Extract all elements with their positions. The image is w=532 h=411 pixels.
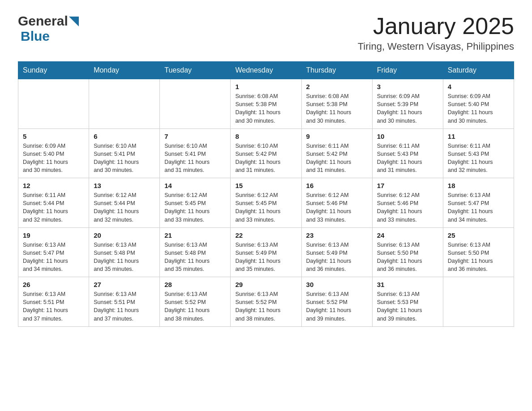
day-info: Sunrise: 6:13 AMSunset: 5:48 PMDaylight:… xyxy=(164,241,226,274)
day-number: 27 xyxy=(94,281,155,288)
day-number: 19 xyxy=(23,231,84,239)
day-info: Sunrise: 6:13 AMSunset: 5:51 PMDaylight:… xyxy=(23,290,84,323)
calendar-day-header: Tuesday xyxy=(160,62,231,79)
calendar-cell: 18Sunrise: 6:13 AMSunset: 5:47 PMDayligh… xyxy=(443,178,514,228)
calendar-cell: 15Sunrise: 6:12 AMSunset: 5:45 PMDayligh… xyxy=(231,178,301,228)
calendar-cell: 17Sunrise: 6:12 AMSunset: 5:46 PMDayligh… xyxy=(372,178,443,228)
calendar-cell: 26Sunrise: 6:13 AMSunset: 5:51 PMDayligh… xyxy=(18,277,89,327)
day-info: Sunrise: 6:13 AMSunset: 5:49 PMDaylight:… xyxy=(235,241,296,274)
day-number: 22 xyxy=(235,231,296,239)
calendar-cell: 4Sunrise: 6:09 AMSunset: 5:40 PMDaylight… xyxy=(443,79,514,129)
day-info: Sunrise: 6:12 AMSunset: 5:46 PMDaylight:… xyxy=(306,191,368,224)
day-info: Sunrise: 6:09 AMSunset: 5:39 PMDaylight:… xyxy=(377,92,438,125)
day-number: 20 xyxy=(94,231,155,239)
calendar-cell: 12Sunrise: 6:11 AMSunset: 5:44 PMDayligh… xyxy=(18,178,89,228)
calendar-cell: 19Sunrise: 6:13 AMSunset: 5:47 PMDayligh… xyxy=(18,227,89,277)
day-number: 12 xyxy=(23,182,84,189)
calendar-cell: 20Sunrise: 6:13 AMSunset: 5:48 PMDayligh… xyxy=(89,227,160,277)
day-info: Sunrise: 6:09 AMSunset: 5:40 PMDaylight:… xyxy=(448,92,509,125)
calendar-header-row: SundayMondayTuesdayWednesdayThursdayFrid… xyxy=(18,62,514,79)
calendar-cell: 14Sunrise: 6:12 AMSunset: 5:45 PMDayligh… xyxy=(160,178,231,228)
calendar-cell: 10Sunrise: 6:11 AMSunset: 5:43 PMDayligh… xyxy=(372,128,443,178)
calendar-cell xyxy=(89,79,160,129)
logo: General Blue xyxy=(18,13,79,44)
day-info: Sunrise: 6:11 AMSunset: 5:43 PMDaylight:… xyxy=(448,142,509,175)
day-number: 29 xyxy=(235,281,296,288)
day-info: Sunrise: 6:13 AMSunset: 5:53 PMDaylight:… xyxy=(377,290,438,323)
day-info: Sunrise: 6:13 AMSunset: 5:47 PMDaylight:… xyxy=(448,191,509,224)
calendar-cell: 25Sunrise: 6:13 AMSunset: 5:50 PMDayligh… xyxy=(443,227,514,277)
calendar-cell: 24Sunrise: 6:13 AMSunset: 5:50 PMDayligh… xyxy=(372,227,443,277)
calendar-cell: 3Sunrise: 6:09 AMSunset: 5:39 PMDaylight… xyxy=(372,79,443,129)
calendar-week-row: 1Sunrise: 6:08 AMSunset: 5:38 PMDaylight… xyxy=(18,79,514,129)
month-title: January 2025 xyxy=(358,13,514,39)
day-number: 11 xyxy=(448,133,509,140)
page-header: General Blue January 2025 Tiring, Wester… xyxy=(18,13,514,52)
day-info: Sunrise: 6:13 AMSunset: 5:52 PMDaylight:… xyxy=(235,290,296,323)
day-number: 9 xyxy=(306,133,368,140)
location-subtitle: Tiring, Western Visayas, Philippines xyxy=(358,41,514,52)
day-info: Sunrise: 6:10 AMSunset: 5:41 PMDaylight:… xyxy=(164,142,226,175)
calendar-cell: 9Sunrise: 6:11 AMSunset: 5:42 PMDaylight… xyxy=(301,128,372,178)
calendar-cell: 27Sunrise: 6:13 AMSunset: 5:51 PMDayligh… xyxy=(89,277,160,327)
day-number: 14 xyxy=(164,182,226,189)
day-number: 5 xyxy=(23,133,84,140)
calendar-cell: 23Sunrise: 6:13 AMSunset: 5:49 PMDayligh… xyxy=(301,227,372,277)
day-number: 30 xyxy=(306,281,368,288)
day-number: 31 xyxy=(377,281,438,288)
calendar-day-header: Monday xyxy=(89,62,160,79)
day-number: 24 xyxy=(377,231,438,239)
calendar-cell: 16Sunrise: 6:12 AMSunset: 5:46 PMDayligh… xyxy=(301,178,372,228)
day-number: 13 xyxy=(94,182,155,189)
day-number: 16 xyxy=(306,182,368,189)
calendar-week-row: 26Sunrise: 6:13 AMSunset: 5:51 PMDayligh… xyxy=(18,277,514,327)
day-info: Sunrise: 6:13 AMSunset: 5:49 PMDaylight:… xyxy=(306,241,368,274)
day-number: 8 xyxy=(235,133,296,140)
day-info: Sunrise: 6:13 AMSunset: 5:51 PMDaylight:… xyxy=(94,290,155,323)
day-info: Sunrise: 6:12 AMSunset: 5:45 PMDaylight:… xyxy=(235,191,296,224)
day-info: Sunrise: 6:10 AMSunset: 5:42 PMDaylight:… xyxy=(235,142,296,175)
day-info: Sunrise: 6:08 AMSunset: 5:38 PMDaylight:… xyxy=(306,92,368,125)
day-number: 18 xyxy=(448,182,509,189)
day-number: 25 xyxy=(448,231,509,239)
day-info: Sunrise: 6:11 AMSunset: 5:42 PMDaylight:… xyxy=(306,142,368,175)
calendar-cell xyxy=(18,79,89,129)
calendar-week-row: 19Sunrise: 6:13 AMSunset: 5:47 PMDayligh… xyxy=(18,227,514,277)
calendar-cell: 21Sunrise: 6:13 AMSunset: 5:48 PMDayligh… xyxy=(160,227,231,277)
day-info: Sunrise: 6:12 AMSunset: 5:44 PMDaylight:… xyxy=(94,191,155,224)
calendar-table: SundayMondayTuesdayWednesdayThursdayFrid… xyxy=(18,61,514,327)
day-info: Sunrise: 6:13 AMSunset: 5:52 PMDaylight:… xyxy=(164,290,226,323)
day-number: 23 xyxy=(306,231,368,239)
calendar-day-header: Thursday xyxy=(301,62,372,79)
day-number: 7 xyxy=(164,133,226,140)
day-number: 6 xyxy=(94,133,155,140)
calendar-week-row: 12Sunrise: 6:11 AMSunset: 5:44 PMDayligh… xyxy=(18,178,514,228)
day-number: 2 xyxy=(306,83,368,90)
day-info: Sunrise: 6:11 AMSunset: 5:44 PMDaylight:… xyxy=(23,191,84,224)
calendar-day-header: Saturday xyxy=(443,62,514,79)
logo-blue-text: Blue xyxy=(21,29,50,44)
logo-general-text: General xyxy=(18,13,68,29)
day-info: Sunrise: 6:09 AMSunset: 5:40 PMDaylight:… xyxy=(23,142,84,175)
calendar-cell: 30Sunrise: 6:13 AMSunset: 5:52 PMDayligh… xyxy=(301,277,372,327)
calendar-day-header: Wednesday xyxy=(231,62,301,79)
svg-marker-0 xyxy=(69,17,79,26)
day-number: 4 xyxy=(448,83,509,90)
day-info: Sunrise: 6:12 AMSunset: 5:45 PMDaylight:… xyxy=(164,191,226,224)
day-info: Sunrise: 6:13 AMSunset: 5:50 PMDaylight:… xyxy=(448,241,509,274)
day-number: 10 xyxy=(377,133,438,140)
calendar-day-header: Sunday xyxy=(18,62,89,79)
calendar-cell: 7Sunrise: 6:10 AMSunset: 5:41 PMDaylight… xyxy=(160,128,231,178)
calendar-cell: 1Sunrise: 6:08 AMSunset: 5:38 PMDaylight… xyxy=(231,79,301,129)
calendar-cell: 2Sunrise: 6:08 AMSunset: 5:38 PMDaylight… xyxy=(301,79,372,129)
day-info: Sunrise: 6:13 AMSunset: 5:52 PMDaylight:… xyxy=(306,290,368,323)
day-info: Sunrise: 6:13 AMSunset: 5:50 PMDaylight:… xyxy=(377,241,438,274)
day-info: Sunrise: 6:11 AMSunset: 5:43 PMDaylight:… xyxy=(377,142,438,175)
day-number: 1 xyxy=(235,83,296,90)
day-number: 15 xyxy=(235,182,296,189)
logo-arrow-icon xyxy=(69,17,79,26)
day-info: Sunrise: 6:13 AMSunset: 5:48 PMDaylight:… xyxy=(94,241,155,274)
calendar-cell: 11Sunrise: 6:11 AMSunset: 5:43 PMDayligh… xyxy=(443,128,514,178)
calendar-cell xyxy=(443,277,514,327)
calendar-cell: 28Sunrise: 6:13 AMSunset: 5:52 PMDayligh… xyxy=(160,277,231,327)
